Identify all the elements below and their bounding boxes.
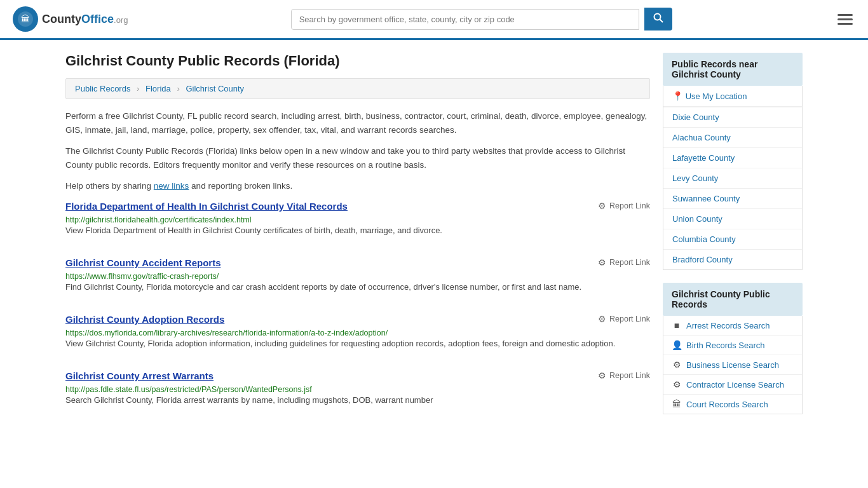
nearby-link-suwannee[interactable]: Suwannee County bbox=[663, 189, 802, 208]
main-wrapper: Gilchrist County Public Records (Florida… bbox=[53, 40, 815, 440]
description-3-before: Help others by sharing bbox=[65, 181, 154, 191]
breadcrumb-florida[interactable]: Florida bbox=[146, 84, 171, 93]
svg-point-2 bbox=[654, 14, 660, 20]
sidebar-nearby-levy: Levy County bbox=[663, 168, 802, 189]
sidebar-records-header: Gilchrist County Public Records bbox=[663, 283, 803, 316]
arrest-records-link[interactable]: Arrest Records Search bbox=[686, 321, 770, 330]
results-list: Florida Department of Health In Gilchris… bbox=[65, 201, 650, 412]
report-link-r2[interactable]: ⚙ Report Link bbox=[598, 257, 650, 268]
report-link-r3[interactable]: ⚙ Report Link bbox=[598, 314, 650, 324]
result-item-r2: Gilchrist County Accident Reports ⚙ Repo… bbox=[65, 257, 650, 299]
report-icon-r3: ⚙ bbox=[598, 314, 606, 324]
sidebar-nearby-columbia: Columbia County bbox=[663, 229, 802, 250]
result-item-r1: Florida Department of Health In Gilchris… bbox=[65, 201, 650, 242]
report-link-r1[interactable]: ⚙ Report Link bbox=[598, 201, 650, 211]
nearby-link-alachua[interactable]: Alachua County bbox=[663, 128, 802, 147]
breadcrumb-gilchrist[interactable]: Gilchrist County bbox=[186, 84, 244, 93]
sidebar-nearby-bradford: Bradford County bbox=[663, 250, 802, 269]
description-3-after: and reporting broken links. bbox=[189, 181, 292, 191]
report-icon-r1: ⚙ bbox=[598, 201, 606, 211]
nearby-link-levy[interactable]: Levy County bbox=[663, 168, 802, 188]
court-icon: 🏛 bbox=[671, 399, 682, 409]
sidebar-nearby-section: Public Records near Gilchrist County 📍 U… bbox=[663, 53, 803, 270]
result-item-r4: Gilchrist County Arrest Warrants ⚙ Repor… bbox=[65, 370, 650, 412]
menu-icon-bar2 bbox=[837, 18, 853, 20]
sidebar: Public Records near Gilchrist County 📍 U… bbox=[663, 53, 803, 428]
sidebar-record-business: ⚙ Business License Search bbox=[663, 355, 802, 375]
arrest-icon: ■ bbox=[671, 320, 682, 330]
nearby-link-columbia[interactable]: Columbia County bbox=[663, 229, 802, 249]
sidebar-nearby-lafayette: Lafayette County bbox=[663, 148, 802, 168]
logo-county: County bbox=[42, 13, 81, 25]
sidebar-records-section: Gilchrist County Public Records ■ Arrest… bbox=[663, 283, 803, 414]
site-header: 🏛 CountyOffice.org bbox=[0, 0, 868, 40]
sidebar-nearby-suwannee: Suwannee County bbox=[663, 189, 802, 209]
nearby-link-bradford[interactable]: Bradford County bbox=[663, 250, 802, 269]
menu-icon-bar1 bbox=[837, 14, 853, 16]
sidebar-nearby-union: Union County bbox=[663, 209, 802, 229]
sidebar-record-court: 🏛 Court Records Search bbox=[663, 395, 802, 414]
search-button[interactable] bbox=[644, 8, 672, 30]
business-icon: ⚙ bbox=[671, 360, 682, 370]
nearby-link-lafayette[interactable]: Lafayette County bbox=[663, 148, 802, 168]
report-icon-r4: ⚙ bbox=[598, 370, 606, 381]
breadcrumb-sep1: › bbox=[137, 84, 139, 93]
description-2: The Gilchrist County Public Records (Flo… bbox=[65, 144, 650, 172]
svg-line-3 bbox=[660, 20, 663, 23]
use-location-link[interactable]: 📍 Use My Location bbox=[663, 86, 802, 107]
logo-wordmark: CountyOffice.org bbox=[42, 13, 128, 26]
sidebar-nearby-alachua: Alachua County bbox=[663, 128, 802, 148]
logo-icon: 🏛 bbox=[13, 6, 38, 32]
result-title-row-r2: Gilchrist County Accident Reports ⚙ Repo… bbox=[65, 257, 650, 268]
sidebar-nearby-list: 📍 Use My Location Dixie County Alachua C… bbox=[663, 86, 803, 270]
result-url-r2[interactable]: https://www.flhsmv.gov/traffic-crash-rep… bbox=[65, 272, 219, 281]
result-item-r3: Gilchrist County Adoption Records ⚙ Repo… bbox=[65, 314, 650, 355]
result-desc-r4: Search Gilchrist County, Florida arrest … bbox=[65, 394, 650, 407]
use-location-label: Use My Location bbox=[686, 92, 747, 101]
search-input[interactable] bbox=[291, 9, 639, 30]
result-title-link-r4[interactable]: Gilchrist County Arrest Warrants bbox=[65, 370, 214, 381]
svg-text:🏛: 🏛 bbox=[21, 14, 30, 24]
breadcrumb: Public Records › Florida › Gilchrist Cou… bbox=[65, 78, 650, 99]
sidebar-record-contractor: ⚙ Contractor License Search bbox=[663, 375, 802, 395]
result-url-r1[interactable]: http://gilchrist.floridahealth.gov/certi… bbox=[65, 215, 252, 224]
business-license-link[interactable]: Business License Search bbox=[686, 360, 779, 370]
result-desc-r3: View Gilchrist County, Florida adoption … bbox=[65, 337, 650, 350]
report-link-r4[interactable]: ⚙ Report Link bbox=[598, 370, 650, 381]
report-label-r2: Report Link bbox=[609, 258, 650, 267]
contractor-license-link[interactable]: Contractor License Search bbox=[686, 380, 784, 390]
breadcrumb-sep2: › bbox=[177, 84, 179, 93]
report-label-r4: Report Link bbox=[609, 371, 650, 380]
menu-button[interactable] bbox=[835, 11, 855, 27]
page-title: Gilchrist County Public Records (Florida… bbox=[65, 53, 650, 69]
sidebar-record-birth: 👤 Birth Records Search bbox=[663, 336, 802, 355]
result-title-link-r1[interactable]: Florida Department of Health In Gilchris… bbox=[65, 201, 348, 212]
court-records-link[interactable]: Court Records Search bbox=[686, 400, 768, 409]
result-title-link-r2[interactable]: Gilchrist County Accident Reports bbox=[65, 257, 220, 268]
logo-office: Office bbox=[81, 13, 114, 25]
birth-records-link[interactable]: Birth Records Search bbox=[686, 341, 765, 350]
description-3: Help others by sharing new links and rep… bbox=[65, 179, 650, 193]
description-1: Perform a free Gilchrist County, FL publ… bbox=[65, 109, 650, 137]
result-url-r4[interactable]: http://pas.fdle.state.fl.us/pas/restrict… bbox=[65, 385, 312, 394]
report-label-r1: Report Link bbox=[609, 201, 650, 210]
result-url-r3[interactable]: https://dos.myflorida.com/library-archiv… bbox=[65, 329, 388, 337]
logo[interactable]: 🏛 CountyOffice.org bbox=[13, 6, 128, 32]
new-links-link[interactable]: new links bbox=[154, 181, 189, 191]
sidebar-use-location-item: 📍 Use My Location bbox=[663, 86, 802, 107]
result-desc-r2: Find Gilchrist County, Florida motorcycl… bbox=[65, 281, 650, 294]
location-pin-icon: 📍 bbox=[672, 91, 683, 101]
menu-icon-bar3 bbox=[837, 23, 853, 25]
sidebar-records-list: ■ Arrest Records Search 👤 Birth Records … bbox=[663, 316, 803, 414]
nearby-link-dixie[interactable]: Dixie County bbox=[663, 107, 802, 127]
breadcrumb-public-records[interactable]: Public Records bbox=[75, 84, 130, 93]
content-area: Gilchrist County Public Records (Florida… bbox=[65, 53, 650, 428]
result-title-row-r4: Gilchrist County Arrest Warrants ⚙ Repor… bbox=[65, 370, 650, 381]
logo-tld: .org bbox=[114, 15, 128, 25]
result-title-row-r1: Florida Department of Health In Gilchris… bbox=[65, 201, 650, 212]
result-desc-r1: View Florida Department of Health in Gil… bbox=[65, 224, 650, 237]
nearby-link-union[interactable]: Union County bbox=[663, 209, 802, 229]
contractor-icon: ⚙ bbox=[671, 379, 682, 390]
result-title-link-r3[interactable]: Gilchrist County Adoption Records bbox=[65, 314, 224, 325]
search-area bbox=[291, 8, 672, 30]
